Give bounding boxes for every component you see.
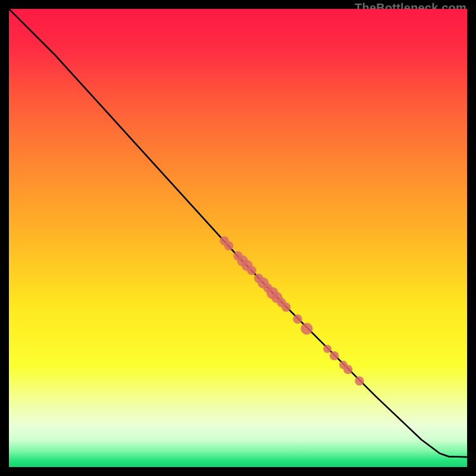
scatter-point	[323, 345, 331, 353]
plot-svg	[9, 9, 467, 467]
scatter-point	[330, 351, 339, 360]
scatter-point	[343, 365, 352, 374]
scatter-point	[224, 241, 233, 250]
gradient-bg	[9, 9, 467, 467]
scatter-point	[281, 303, 290, 312]
scatter-point	[355, 377, 364, 386]
scatter-point	[300, 322, 312, 334]
scatter-point	[293, 315, 302, 324]
chart-container: TheBottleneck.com	[0, 0, 476, 476]
scatter-point	[247, 266, 256, 275]
